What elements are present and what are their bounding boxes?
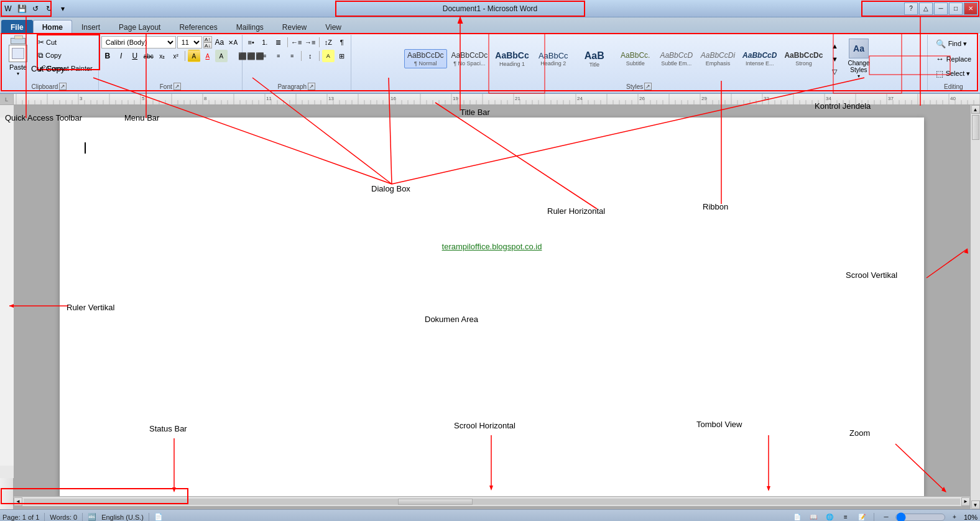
clear-format-btn[interactable]: ✕A [227,36,239,48]
style-heading2[interactable]: AaBbCc Heading 2 [534,49,573,69]
justify-btn[interactable]: ≡ [286,50,298,62]
tab-insert[interactable]: Insert [72,20,109,34]
style-intense-e[interactable]: AaBbCcD Intense E... [739,49,780,68]
view-outline-btn[interactable]: ≡ [839,512,853,522]
h-scroll-thumb[interactable] [398,499,473,505]
tab-file[interactable]: File [1,20,33,34]
maximize-btn[interactable]: □ [949,2,963,15]
style-emphasis[interactable]: AaBbCcDi Emphasis [698,49,738,68]
view-draft-btn[interactable]: 📝 [855,512,869,522]
style-subtle-em[interactable]: AaBbCcD Subtle Em... [657,49,696,68]
view-print-btn[interactable]: 📄 [790,512,804,522]
minimize-btn[interactable]: ─ [934,2,948,15]
document-page[interactable]: terampiloffice.blogspot.co.id [60,118,924,497]
subscript-btn[interactable]: x₂ [156,50,169,62]
view-web-btn[interactable]: 🌐 [823,512,836,522]
window-title: Document1 - Microsoft Word [443,4,538,13]
ribbon-toggle-btn[interactable]: △ [919,2,933,15]
styles-scroll-up[interactable]: ▲ [828,40,841,52]
select-button[interactable]: ⬚ Select ▾ [931,67,976,80]
tab-mailings[interactable]: Mailings [227,20,273,34]
style-normal[interactable]: AaBbCcDc ¶ Normal [404,49,447,68]
styles-scroll-down[interactable]: ▼ [828,53,841,65]
tab-references[interactable]: References [170,20,226,34]
redo-btn[interactable]: ↻ [44,3,55,14]
zoom-slider[interactable] [895,514,945,521]
superscript-btn[interactable]: x² [170,50,182,62]
replace-button[interactable]: ↔ Replace [931,52,976,65]
overtype-icon: 📄 [154,513,163,521]
word-logo-btn[interactable]: W [2,3,14,14]
align-left-btn[interactable]: ⬛⬛⬛ [245,50,257,62]
italic-btn[interactable]: I [115,50,127,62]
vertical-scrollbar[interactable]: ▲ ▼ [970,105,980,509]
font-expand[interactable]: ↗ [173,83,181,90]
zoom-in-btn[interactable]: + [948,512,961,522]
cut-button[interactable]: ✂ Cut [35,36,96,48]
styles-more[interactable]: ▽ [828,66,841,78]
grow-font-btn[interactable]: A↑ [203,36,212,42]
view-full-reading-btn[interactable]: 📖 [807,512,820,522]
strikethrough-btn[interactable]: abc [142,50,155,62]
shading-btn[interactable]: A [322,50,335,62]
help-btn[interactable]: ? [904,2,918,15]
tab-review[interactable]: Review [273,20,316,34]
bold-btn[interactable]: B [101,50,114,62]
clipboard-expand[interactable]: ↗ [59,83,67,90]
styles-group: AaBbCcDc ¶ Normal AaBbCcDc ¶ No Spaci...… [351,35,928,91]
tab-bar: File Home Insert Page Layout References … [0,17,980,34]
scroll-up-arrow[interactable]: ▲ [971,105,980,114]
increase-indent-btn[interactable]: →≡ [304,36,317,48]
style-subtitle[interactable]: AaBbCc. Subtitle [616,49,655,68]
scroll-thumb-v[interactable] [972,115,979,140]
underline-btn[interactable]: U [129,50,141,62]
find-button[interactable]: 🔍 Find ▾ [931,37,976,50]
change-case-btn[interactable]: Aa [213,36,226,48]
styles-expand[interactable]: ↗ [644,83,652,90]
undo-btn[interactable]: ↺ [30,3,41,14]
text-highlight-btn[interactable]: A [188,50,200,62]
zoom-out-btn[interactable]: ─ [879,512,893,522]
font-color-btn[interactable]: A [201,50,214,62]
workspace: terampiloffice.blogspot.co.id ▲ ▼ [0,105,980,509]
scroll-right-arrow[interactable]: ► [961,497,970,506]
center-btn[interactable]: ≡ [259,50,271,62]
document-area[interactable]: terampiloffice.blogspot.co.id [14,105,970,509]
horizontal-scrollbar[interactable]: ◄ ► [14,496,970,506]
close-btn[interactable]: ✕ [964,2,978,15]
paragraph-expand[interactable]: ↗ [308,83,315,90]
style-strong[interactable]: AaBbCcDc Strong [781,49,826,68]
numbering-btn[interactable]: 1. [259,36,271,48]
scroll-left-arrow[interactable]: ◄ [14,497,22,506]
font-size-select[interactable]: 11 [177,36,202,48]
change-styles-button[interactable]: Aa ChangeStyles ▾ [843,36,874,81]
show-hide-btn[interactable]: ¶ [336,36,348,48]
bullets-btn[interactable]: ≡• [245,36,257,48]
line-spacing-btn[interactable]: ↕ [304,50,317,62]
font-name-select[interactable]: Calibri (Body) [101,36,176,48]
tab-page-layout[interactable]: Page Layout [109,20,170,34]
align-right-btn[interactable]: ≡ [272,50,285,62]
tab-view[interactable]: View [316,20,351,34]
paste-button[interactable]: Paste ▾ [2,36,34,78]
copy-button[interactable]: ⧉ Copy [35,49,96,62]
scroll-down-arrow[interactable]: ▼ [971,500,980,509]
sort-btn[interactable]: ↕Z [322,36,335,48]
ruler-vertical [0,105,14,509]
text-shading-btn[interactable]: A [215,50,228,62]
format-painter-button[interactable]: 🖌 Format Painter [35,62,96,75]
borders-btn[interactable]: ⊞ [336,50,348,62]
shrink-font-btn[interactable]: A↓ [203,42,212,48]
quick-access-toolbar: W 💾 ↺ ↻ ▾ [0,3,68,14]
multilevel-btn[interactable]: ≣ [272,36,285,48]
save-btn[interactable]: 💾 [16,3,27,14]
svg-text:3: 3 [80,96,83,101]
style-title[interactable]: AaB Title [575,48,614,70]
decrease-indent-btn[interactable]: ←≡ [290,36,303,48]
website-link[interactable]: terampiloffice.blogspot.co.id [442,242,542,251]
style-heading1[interactable]: AaBbCc Heading 1 [492,48,532,69]
customize-btn[interactable]: ▾ [57,3,68,14]
tab-home[interactable]: Home [33,20,72,34]
clipboard-small-buttons: ✂ Cut ⧉ Copy 🖌 Format Painter [35,36,96,75]
style-no-spacing[interactable]: AaBbCcDc ¶ No Spaci... [448,49,491,68]
